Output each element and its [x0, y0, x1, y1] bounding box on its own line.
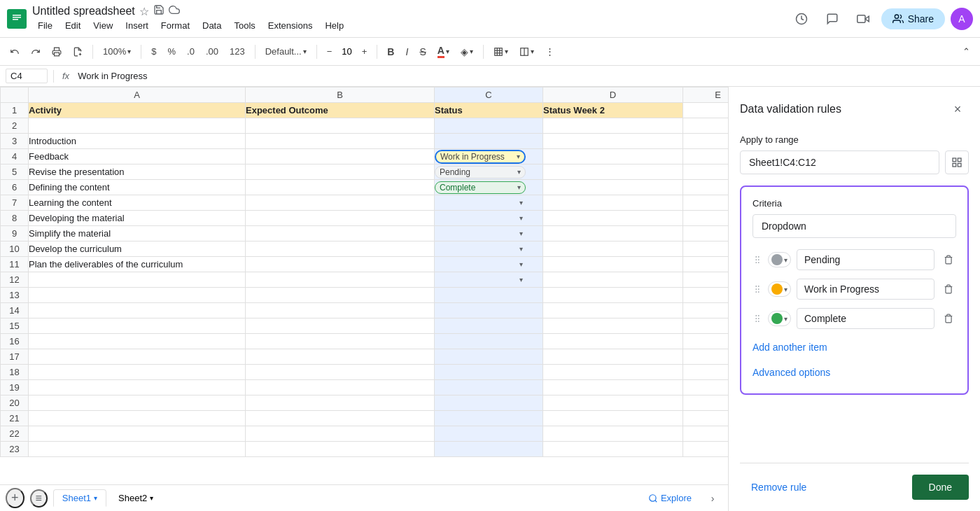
cell-d-3[interactable]	[543, 134, 683, 149]
cell-c-6[interactable]: Complete▾	[435, 180, 543, 195]
drag-handle-complete[interactable]	[752, 314, 762, 323]
star-icon[interactable]: ☆	[139, 5, 149, 18]
cell-a-11[interactable]: Plan the deliverables of the curriculum	[29, 257, 246, 272]
cloud-icon[interactable]	[169, 4, 180, 18]
cell-c-5[interactable]: Pending▾	[435, 164, 543, 180]
item-input-complete[interactable]	[797, 308, 934, 329]
redo-button[interactable]	[27, 44, 45, 59]
cell-e-3[interactable]	[683, 134, 729, 149]
cell-a-16[interactable]	[29, 334, 246, 349]
dropdown-pill-6[interactable]: Complete▾	[435, 181, 526, 194]
cell-c-16[interactable]	[435, 334, 543, 349]
empty-dropdown-11[interactable]: ▾	[435, 260, 526, 269]
cell-c-23[interactable]	[435, 442, 543, 457]
cell-d-2[interactable]	[543, 118, 683, 134]
decimal-inc-button[interactable]: .00	[202, 43, 223, 59]
cell-d-14[interactable]	[543, 303, 683, 318]
print-button[interactable]	[48, 44, 66, 59]
decimal-dec-button[interactable]: .0	[183, 43, 199, 59]
cell-e-6[interactable]	[683, 180, 729, 195]
cell-e-12[interactable]	[683, 272, 729, 288]
cell-a-5[interactable]: Revise the presentation	[29, 164, 246, 180]
advanced-options-button[interactable]: Advanced options	[752, 363, 830, 382]
font-select-button[interactable]: Default... ▾	[261, 43, 311, 59]
cell-a-18[interactable]	[29, 365, 246, 380]
cell-c-20[interactable]	[435, 396, 543, 411]
cell-a-4[interactable]: Feedback	[29, 149, 246, 164]
empty-dropdown-9[interactable]: ▾	[435, 229, 526, 238]
explore-button[interactable]: Explore	[643, 490, 697, 506]
cell-a-19[interactable]	[29, 380, 246, 396]
add-sheet-button[interactable]: +	[6, 488, 24, 508]
col-header-a[interactable]: A	[29, 88, 246, 103]
cell-b-23[interactable]	[246, 442, 435, 457]
cell-b-13[interactable]	[246, 288, 435, 303]
menu-help[interactable]: Help	[319, 18, 349, 33]
cell-b-12[interactable]	[246, 272, 435, 288]
dropdown-pill-4[interactable]: Work in Progress▾	[435, 150, 526, 164]
empty-dropdown-10[interactable]: ▾	[435, 244, 526, 253]
number-format-button[interactable]: 123	[225, 43, 249, 59]
fill-color-button[interactable]: ◈ ▾	[456, 43, 477, 60]
cell-a-15[interactable]	[29, 318, 246, 334]
criteria-type-select[interactable]: Dropdown Dropdown (from a range) Checkbo…	[752, 214, 956, 238]
cell-e-18[interactable]	[683, 365, 729, 380]
cell-e-11[interactable]	[683, 257, 729, 272]
done-button[interactable]: Done	[912, 475, 969, 500]
cell-e-5[interactable]	[683, 164, 729, 180]
cell-a-10[interactable]: Develop the curriculum	[29, 241, 246, 257]
share-button[interactable]: Done Share	[881, 8, 945, 29]
cell-c-9[interactable]: ▾	[435, 226, 543, 241]
cell-a-2[interactable]	[29, 118, 246, 134]
cell-a-14[interactable]	[29, 303, 246, 318]
cell-d-20[interactable]	[543, 396, 683, 411]
cell-a-12[interactable]	[29, 272, 246, 288]
cell-d-12[interactable]	[543, 272, 683, 288]
cell-c-17[interactable]	[435, 349, 543, 365]
cell-a-8[interactable]: Developing the material	[29, 211, 246, 226]
cell-b-4[interactable]	[246, 149, 435, 164]
cell-a-13[interactable]	[29, 288, 246, 303]
cell-b-19[interactable]	[246, 380, 435, 396]
cell-b-14[interactable]	[246, 303, 435, 318]
font-color-button[interactable]: A ▾	[433, 42, 454, 61]
cell-b-20[interactable]	[246, 396, 435, 411]
sheet-menu-button[interactable]: ≡	[30, 489, 48, 507]
cell-b-9[interactable]	[246, 226, 435, 241]
cell-d-23[interactable]	[543, 442, 683, 457]
cell-e-16[interactable]	[683, 334, 729, 349]
font-size-decrease-button[interactable]: −	[323, 43, 337, 59]
cell-d-19[interactable]	[543, 380, 683, 396]
cell-d-17[interactable]	[543, 349, 683, 365]
cell-c-18[interactable]	[435, 365, 543, 380]
delete-complete-button[interactable]	[940, 309, 956, 328]
formula-input[interactable]	[78, 71, 974, 81]
cell-d-5[interactable]	[543, 164, 683, 180]
cell-b-2[interactable]	[246, 118, 435, 134]
col-header-c[interactable]: C	[435, 88, 543, 103]
cell-a-22[interactable]	[29, 426, 246, 442]
cell-b-6[interactable]	[246, 180, 435, 195]
cell-a-3[interactable]: Introduction	[29, 134, 246, 149]
collapse-toolbar-button[interactable]: ⌃	[958, 43, 974, 59]
cell-c-2[interactable]	[435, 118, 543, 134]
cell-d-9[interactable]	[543, 226, 683, 241]
dropdown-pill-5[interactable]: Pending▾	[435, 166, 526, 178]
cell-d-22[interactable]	[543, 426, 683, 442]
user-avatar[interactable]: A	[951, 8, 973, 30]
cell-e-13[interactable]	[683, 288, 729, 303]
cell-b-1[interactable]: Expected Outcome	[246, 103, 435, 118]
cell-b-18[interactable]	[246, 365, 435, 380]
col-header-b[interactable]: B	[246, 88, 435, 103]
empty-dropdown-7[interactable]: ▾	[435, 198, 526, 207]
item-input-pending[interactable]	[797, 249, 934, 270]
cell-d-13[interactable]	[543, 288, 683, 303]
range-input[interactable]	[740, 150, 939, 174]
cell-a-20[interactable]	[29, 396, 246, 411]
cell-d-8[interactable]	[543, 211, 683, 226]
cell-e-10[interactable]	[683, 241, 729, 257]
sheet2-tab[interactable]: Sheet2 ▾	[109, 489, 162, 507]
cell-a-7[interactable]: Learning the content	[29, 195, 246, 211]
zoom-button[interactable]: 100% ▾	[99, 43, 135, 59]
cell-e-17[interactable]	[683, 349, 729, 365]
